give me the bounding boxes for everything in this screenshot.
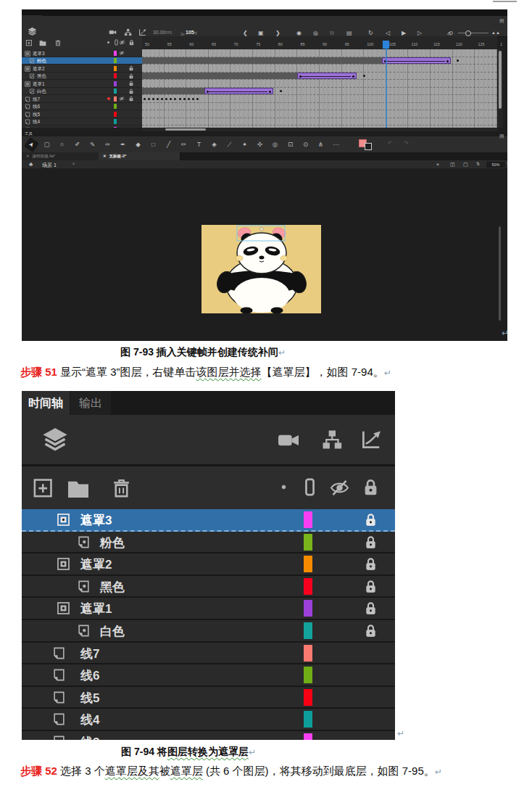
layer-color-swatch[interactable] [304,689,312,706]
fps-value[interactable]: 30.00FPS [153,30,172,35]
scene-clip-icon[interactable]: ♣ [29,162,33,168]
hidden-icon[interactable] [119,96,125,102]
loop-icon[interactable]: ↻ [368,30,373,36]
hide-all-icon[interactable] [329,477,350,498]
more-tools[interactable]: ⋯ [331,139,341,150]
layer-row[interactable]: 遮罩3 [22,509,395,532]
zoom-tool[interactable]: ◎ [270,139,280,150]
layer-row[interactable]: 黑色 [22,73,142,81]
lock-icon[interactable] [128,81,134,86]
layer-color-swatch[interactable] [304,511,312,528]
layer-row[interactable]: 黑色 [22,576,395,598]
layers-icon[interactable] [42,427,68,453]
layer-color-swatch[interactable] [114,88,117,94]
layer-row[interactable]: 遮罩2 [22,553,395,576]
layer-color-swatch[interactable] [304,556,312,572]
layer-row[interactable]: 线6 [22,103,142,111]
highlight-column-icon[interactable] [279,482,288,492]
gradient-transform-tool[interactable]: ⊙ [300,139,311,150]
frame-graph-icon[interactable] [360,429,382,450]
new-layer-icon[interactable] [25,39,33,46]
lasso-tool[interactable]: ○ [57,139,67,150]
layer-color-swatch[interactable] [114,51,117,56]
new-folder-icon[interactable] [67,477,90,500]
layer-row[interactable]: 遮罩1 [22,598,395,620]
easing-slider-track[interactable] [458,33,489,33]
lock-all-icon[interactable] [128,39,135,46]
lock-icon[interactable] [128,96,134,102]
lock-all-icon[interactable] [361,477,381,497]
paint-bucket-tool[interactable]: ◈ [209,139,220,150]
layer-hierarchy-icon[interactable] [321,429,343,450]
custom-onion-icon[interactable]: ▤ [346,30,352,36]
layer-row[interactable]: 遮罩3 [22,49,142,57]
highlight-column-icon[interactable] [106,40,111,45]
delete-layer-icon[interactable] [54,39,62,46]
layer-row[interactable]: 线5 [22,110,142,118]
easing-curve-icon[interactable]: ▲▲ [491,30,500,35]
lock-all-icon[interactable] [361,477,381,497]
layer-row[interactable]: 线5 [22,687,395,709]
tools-panel-menu-icon[interactable]: ▤ [499,133,504,139]
camera-icon[interactable] [277,429,300,452]
delete-layer-icon[interactable] [110,477,133,499]
frame-graph-icon[interactable] [360,429,382,450]
stage[interactable] [201,225,321,313]
prev-keyframe-icon[interactable]: ❮ [243,30,248,36]
onion-skin-icon[interactable]: ◉ [296,30,302,36]
hand-tool[interactable]: ✣ [254,139,265,150]
frames-row[interactable] [142,65,497,73]
layer-row[interactable]: 白色 [22,620,395,643]
classic-brush-tool[interactable]: ✎ [87,139,98,150]
layer-hierarchy-icon[interactable] [124,28,132,36]
lock-icon[interactable] [128,73,134,79]
subselection-tool[interactable]: ▢ [41,139,52,150]
lock-icon[interactable] [363,623,378,638]
edit-multiple-frames-icon[interactable]: ⧉ [330,30,334,36]
eraser-tool[interactable]: ◆ [133,139,144,150]
layer-color-swatch[interactable] [114,58,117,63]
layer-row[interactable]: 线3 [22,731,395,740]
delete-layer-icon[interactable] [110,477,133,499]
layer-row[interactable]: 线7 [22,643,395,665]
fill-color-swatch[interactable] [365,143,372,150]
scene-chevron-icon[interactable]: ˅ [72,162,75,166]
layer-row[interactable]: 遮罩1 [22,80,142,88]
outline-column-icon[interactable] [300,477,320,497]
close-icon[interactable]: ✕ [103,154,107,158]
bone-tool[interactable]: ⋔ [315,139,326,150]
layer-row[interactable]: 线4 [22,709,395,731]
lock-icon[interactable] [363,556,378,572]
playhead[interactable] [383,41,389,49]
highlight-column-icon[interactable] [279,482,288,492]
layer-row[interactable]: 粉色 [22,532,395,554]
camera-icon[interactable] [277,429,300,452]
layer-color-swatch[interactable] [114,119,117,124]
new-folder-icon[interactable] [39,39,46,46]
layer-color-swatch[interactable] [114,66,117,71]
hide-all-icon[interactable] [329,477,350,498]
layer-color-swatch[interactable] [114,81,117,86]
layer-color-swatch[interactable] [304,667,312,683]
stage-vscroll-thumb[interactable] [499,226,501,321]
hide-all-icon[interactable] [119,39,125,46]
layer-color-swatch[interactable] [304,645,312,662]
delete-layer-icon[interactable] [54,39,62,46]
current-frame-value[interactable]: 105帧 [186,30,197,35]
frames-row[interactable] [142,88,497,96]
zoom-chevron-icon[interactable]: ˅ [507,162,507,166]
asset-warp-tool[interactable]: ✦ [239,139,250,150]
free-transform-tool[interactable]: ⊡ [285,139,296,150]
layer-color-swatch[interactable] [304,534,312,551]
frames-row[interactable] [142,73,497,81]
layers-icon[interactable] [28,27,37,36]
layers-icon[interactable] [28,27,37,36]
lock-icon[interactable] [363,579,378,594]
frames-row[interactable] [142,57,497,65]
layer-row[interactable]: 线6 [22,664,395,687]
close-icon[interactable]: ✕ [26,154,30,158]
frames-row[interactable] [142,110,497,118]
new-folder-icon[interactable] [67,477,90,500]
pencil-tool[interactable]: ✏ [178,139,189,150]
camera-icon[interactable] [109,28,117,36]
